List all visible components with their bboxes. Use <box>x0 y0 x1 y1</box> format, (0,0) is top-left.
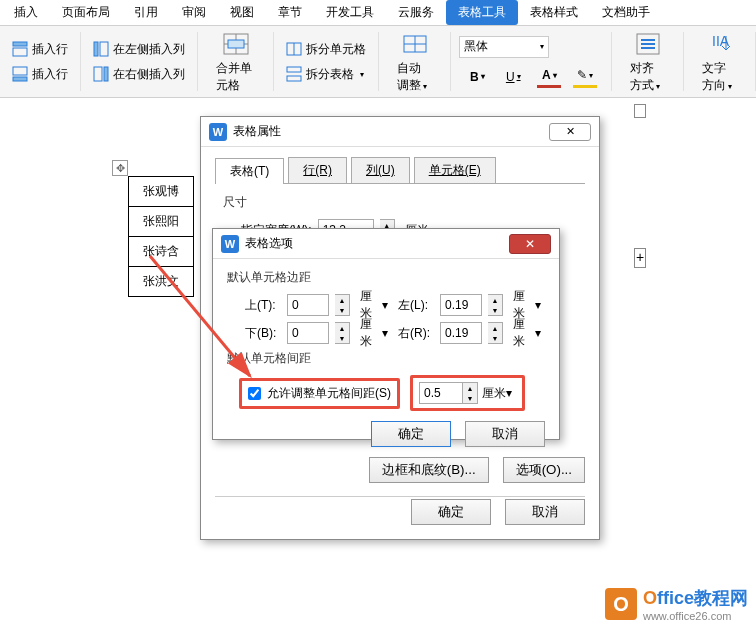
allow-spacing-checkbox[interactable] <box>248 387 261 400</box>
menu-doc-assistant[interactable]: 文档助手 <box>590 0 662 25</box>
spacing-group-label: 默认单元格间距 <box>227 350 545 367</box>
svg-text:IIA: IIA <box>712 33 730 49</box>
margin-left-unit[interactable]: 厘米▾ <box>509 294 545 316</box>
split-table-button[interactable]: 拆分表格▾ <box>282 64 370 85</box>
margin-top-unit[interactable]: 厘米▾ <box>356 294 392 316</box>
split-cells-icon <box>286 41 302 57</box>
sample-table[interactable]: 张观博 张熙阳 张诗含 张洪文 <box>128 176 194 297</box>
align-button[interactable]: 对齐方式▾ <box>620 30 675 94</box>
tab-cell[interactable]: 单元格(E) <box>414 157 496 183</box>
margin-left-label: 左(L): <box>398 297 434 314</box>
spacing-input[interactable]: 0.5 <box>419 382 463 404</box>
dialog-tabs: 表格(T) 行(R) 列(U) 单元格(E) <box>201 147 599 183</box>
bold-button[interactable]: B▾ <box>465 66 489 88</box>
insert-row-below-button[interactable]: 插入行 <box>8 64 72 85</box>
insert-col-right-icon <box>93 66 109 82</box>
tab-row[interactable]: 行(R) <box>288 157 347 183</box>
underline-button[interactable]: U▾ <box>501 66 525 88</box>
split-cells-button[interactable]: 拆分单元格 <box>282 39 370 60</box>
dialog-titlebar[interactable]: W 表格选项 ✕ <box>213 229 559 259</box>
ruler-marker[interactable] <box>634 104 646 118</box>
menu-devtools[interactable]: 开发工具 <box>314 0 386 25</box>
svg-rect-3 <box>13 77 27 81</box>
align-icon <box>634 30 662 58</box>
chevron-down-icon: ▾ <box>728 82 732 91</box>
allow-spacing-label: 允许调整单元格间距(S) <box>267 385 391 402</box>
menu-chapter[interactable]: 章节 <box>266 0 314 25</box>
margin-bottom-spinner[interactable]: ▲▼ <box>335 322 349 344</box>
table-cell[interactable]: 张熙阳 <box>129 207 194 237</box>
insert-row-below-icon <box>12 66 28 82</box>
dialog-title: 表格属性 <box>233 123 281 140</box>
close-button[interactable]: ✕ <box>549 123 591 141</box>
margin-bottom-input[interactable]: 0 <box>287 322 329 344</box>
auto-fit-button[interactable]: 自动调整▾ <box>387 30 442 94</box>
svg-rect-5 <box>94 42 98 56</box>
margin-right-input[interactable]: 0.19 <box>440 322 482 344</box>
merge-cells-button[interactable]: 合并单元格 <box>206 30 265 94</box>
wps-app-icon: W <box>209 123 227 141</box>
close-button[interactable]: ✕ <box>509 234 551 254</box>
tab-column[interactable]: 列(U) <box>351 157 410 183</box>
tab-table[interactable]: 表格(T) <box>215 158 284 184</box>
svg-rect-0 <box>13 48 27 56</box>
svg-rect-1 <box>13 42 27 46</box>
font-color-button[interactable]: A▾ <box>537 66 561 88</box>
svg-rect-11 <box>228 40 244 48</box>
chevron-down-icon: ▾ <box>423 82 427 91</box>
table-cell[interactable]: 张观博 <box>129 177 194 207</box>
table-options-dialog: W 表格选项 ✕ 默认单元格边距 上(T): 0 ▲▼ 厘米▾ 左(L): 0.… <box>212 228 560 440</box>
menu-reference[interactable]: 引用 <box>122 0 170 25</box>
svg-rect-2 <box>13 67 27 75</box>
ruler-marker-plus[interactable]: + <box>634 248 646 268</box>
watermark-brand: Office教程网 <box>643 586 748 610</box>
margin-bottom-label: 下(B): <box>245 325 281 342</box>
table-cell[interactable]: 张诗含 <box>129 237 194 267</box>
menu-review[interactable]: 审阅 <box>170 0 218 25</box>
svg-rect-7 <box>104 67 108 81</box>
chevron-down-icon: ▾ <box>656 82 660 91</box>
menu-table-tools[interactable]: 表格工具 <box>446 0 518 25</box>
cancel-button[interactable]: 取消 <box>465 421 545 447</box>
spacing-spinner[interactable]: ▲▼ <box>463 382 478 404</box>
margin-top-input[interactable]: 0 <box>287 294 329 316</box>
cancel-button[interactable]: 取消 <box>505 499 585 525</box>
menu-cloud[interactable]: 云服务 <box>386 0 446 25</box>
menu-bar: 插入 页面布局 引用 审阅 视图 章节 开发工具 云服务 表格工具 表格样式 文… <box>0 0 756 26</box>
svg-rect-14 <box>287 67 301 72</box>
insert-col-left-button[interactable]: 在左侧插入列 <box>89 39 189 60</box>
text-direction-icon: IIA <box>706 30 734 58</box>
spacing-unit[interactable]: 厘米▾ <box>478 382 516 404</box>
insert-row-above-button[interactable]: 插入行 <box>8 39 72 60</box>
watermark-icon: O <box>605 588 637 620</box>
chevron-down-icon: ▾ <box>360 70 364 79</box>
menu-layout[interactable]: 页面布局 <box>50 0 122 25</box>
margin-left-spinner[interactable]: ▲▼ <box>488 294 502 316</box>
watermark-url: www.office26.com <box>643 610 748 622</box>
auto-fit-icon <box>401 30 429 58</box>
menu-table-style[interactable]: 表格样式 <box>518 0 590 25</box>
size-group-label: 尺寸 <box>223 194 577 211</box>
dialog-titlebar[interactable]: W 表格属性 ✕ <box>201 117 599 147</box>
options-button[interactable]: 选项(O)... <box>503 457 585 483</box>
margin-top-spinner[interactable]: ▲▼ <box>335 294 349 316</box>
margin-right-spinner[interactable]: ▲▼ <box>488 322 502 344</box>
ok-button[interactable]: 确定 <box>371 421 451 447</box>
menu-view[interactable]: 视图 <box>218 0 266 25</box>
dialog-title: 表格选项 <box>245 235 293 252</box>
menu-insert[interactable]: 插入 <box>2 0 50 25</box>
highlight-button[interactable]: ✎▾ <box>573 66 597 88</box>
margin-bottom-unit[interactable]: 厘米▾ <box>356 322 392 344</box>
border-shading-button[interactable]: 边框和底纹(B)... <box>369 457 489 483</box>
text-direction-button[interactable]: IIA 文字方向▾ <box>692 30 747 94</box>
wps-app-icon: W <box>221 235 239 253</box>
svg-rect-6 <box>94 67 102 81</box>
margin-left-input[interactable]: 0.19 <box>440 294 482 316</box>
ok-button[interactable]: 确定 <box>411 499 491 525</box>
chevron-down-icon: ▾ <box>540 42 544 51</box>
font-name-combo[interactable]: 黑体 ▾ <box>459 36 549 58</box>
table-cell[interactable]: 张洪文 <box>129 267 194 297</box>
table-move-handle[interactable]: ✥ <box>112 160 128 176</box>
insert-col-right-button[interactable]: 在右侧插入列 <box>89 64 189 85</box>
margin-right-unit[interactable]: 厘米▾ <box>509 322 545 344</box>
